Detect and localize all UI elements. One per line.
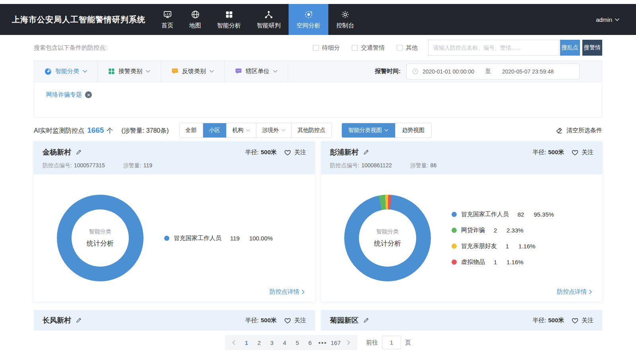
edit-icon[interactable] <box>76 149 82 155</box>
heart-icon[interactable] <box>284 317 291 324</box>
checkbox-label: 其他 <box>406 44 418 52</box>
tab-label: 智能分类视图 <box>349 127 382 134</box>
filter-dropdown-alarm-category[interactable]: 接警类别 <box>98 61 161 82</box>
legend-value: 2 <box>494 227 497 234</box>
console-icon <box>341 10 350 19</box>
nav-item-analysis[interactable]: 智能分析 <box>209 4 249 35</box>
radius-label: 半径: <box>245 317 259 324</box>
date-range-picker[interactable]: 2020-01-01 00:00:00 至 2020-05-07 23:59:4… <box>406 64 580 79</box>
search-input[interactable] <box>428 40 559 56</box>
legend-item: 虚拟物品 1 1.16% <box>452 258 554 266</box>
search-bar: 搜索包含以下条件的防控点: 待细分 交通警情 其他 搜乱点 搜警情 <box>34 40 602 56</box>
monitor-count-unit: 个 <box>107 127 113 135</box>
tab-trend-view[interactable]: 趋势视图 <box>396 123 431 137</box>
donut-chart: 智能分类 统计分析 <box>344 195 431 281</box>
page-button-6[interactable]: 6 <box>304 335 316 350</box>
tag-close-icon[interactable] <box>85 91 92 98</box>
nav-label: 智能研判 <box>257 22 281 29</box>
page-button-3[interactable]: 3 <box>266 335 278 350</box>
follow-label[interactable]: 关注 <box>582 149 593 156</box>
donut-center-subtitle: 智能分类 <box>89 228 111 235</box>
nav-label: 控制台 <box>336 22 354 29</box>
monitor-card-pengpu: 彭浦新村 半径: 500米 关注 防控点编号:1000861122 涉警量:86 <box>321 141 602 302</box>
heart-icon[interactable] <box>571 317 579 324</box>
tab-label: 机构 <box>233 127 244 134</box>
legend-percent: 2.33% <box>506 227 524 234</box>
filter-panel: 智能分类 接警类别 反馈类别 辖区单位 报警时间: <box>34 60 602 118</box>
chart-legend: 冒充国家工作人员 119 100.00% <box>164 234 273 242</box>
page-button-1[interactable]: 1 <box>240 335 253 350</box>
edit-icon[interactable] <box>363 149 369 155</box>
nav-item-console[interactable]: 控制台 <box>328 4 362 35</box>
filter-dropdown-feedback-category[interactable]: 反馈类别 <box>161 61 225 82</box>
card-body: 智能分类 统计分析 冒充国家工作人员 82 95.35% 网贷诈骗 2 <box>321 174 602 302</box>
tab-ai-category-view[interactable]: 智能分类视图 <box>342 123 396 137</box>
search-point-button[interactable]: 搜乱点 <box>560 40 580 56</box>
search-alarm-button[interactable]: 搜警情 <box>582 40 602 56</box>
monitor-count-value[interactable]: 1665 <box>87 126 104 135</box>
page-button-4[interactable]: 4 <box>278 335 291 350</box>
pager: 1 2 3 4 5 6 ••• 167 <box>225 335 357 350</box>
checkbox-pending[interactable]: 待细分 <box>313 44 340 52</box>
tab-label: 小区 <box>209 127 220 134</box>
radius-value: 500米 <box>261 149 277 156</box>
filter-dropdown-ai-category[interactable]: 智能分类 <box>34 61 98 82</box>
district-unit-icon <box>235 68 242 75</box>
alarm-count-label: 涉警量: <box>123 162 142 168</box>
checkbox-other[interactable]: 其他 <box>397 44 418 52</box>
eraser-icon <box>556 127 563 134</box>
tab-all[interactable]: 全部 <box>180 123 203 137</box>
prev-page-button[interactable] <box>227 335 240 350</box>
point-detail-link[interactable]: 防控点详情 <box>270 288 304 296</box>
monitor-card-juyuan: 菊园新区 半径: 500米 关注 <box>321 310 602 331</box>
date-end: 2020-05-07 23:59:48 <box>502 68 554 75</box>
radius-value: 500米 <box>548 317 564 324</box>
heart-icon[interactable] <box>571 149 579 156</box>
edit-icon[interactable] <box>363 317 369 323</box>
follow-label[interactable]: 关注 <box>294 149 306 156</box>
nav-item-judgment[interactable]: 智能研判 <box>249 4 289 35</box>
monitor-card-changfeng: 长风新村 半径: 500米 关注 <box>34 310 315 331</box>
checkbox-traffic[interactable]: 交通警情 <box>352 44 385 52</box>
heart-icon[interactable] <box>284 149 291 156</box>
tab-label: 其他防控点 <box>298 127 326 134</box>
username: admin <box>596 16 612 23</box>
legend-value: 82 <box>518 211 524 218</box>
dropdown-label: 辖区单位 <box>246 68 270 75</box>
follow-label[interactable]: 关注 <box>582 317 593 324</box>
goto-page-input[interactable] <box>382 336 401 349</box>
tab-overseas[interactable]: 涉境外 <box>256 123 292 137</box>
more-pages-button[interactable]: ••• <box>316 335 329 350</box>
filter-dropdown-district-unit[interactable]: 辖区单位 <box>225 61 288 82</box>
next-page-button[interactable] <box>342 335 355 350</box>
tab-institution[interactable]: 机构 <box>227 123 256 137</box>
point-alarm-count: 涉警量:86 <box>410 162 436 169</box>
monitor-cards: 金杨新村 半径: 500米 关注 防控点编号:1000577315 涉警量:11… <box>34 141 602 302</box>
tab-community[interactable]: 小区 <box>203 123 227 137</box>
alarm-total-label: (涉警量: 3780条) <box>121 127 169 135</box>
tab-other-points[interactable]: 其他防控点 <box>292 123 332 137</box>
page-button-2[interactable]: 2 <box>253 335 266 350</box>
analysis-icon <box>225 10 233 19</box>
nav-item-map[interactable]: 地图 <box>181 4 209 35</box>
nav-item-home[interactable]: 首页 <box>153 4 181 35</box>
page-button-5[interactable]: 5 <box>291 335 304 350</box>
clock-icon <box>412 68 419 75</box>
spatial-icon <box>304 10 313 19</box>
follow-label[interactable]: 关注 <box>294 317 306 324</box>
map-icon <box>191 10 200 19</box>
page-button-last[interactable]: 167 <box>329 335 342 350</box>
clear-filters-button[interactable]: 清空所选条件 <box>556 127 602 134</box>
tag-label: 网络诈骗专题 <box>46 91 82 99</box>
radius-value: 500米 <box>548 149 564 156</box>
edit-icon[interactable] <box>76 317 82 323</box>
tab-label: 涉境外 <box>262 127 279 134</box>
alarm-category-icon <box>108 68 115 75</box>
selected-tags-area: 网络诈骗专题 <box>34 82 602 117</box>
nav-item-spatial[interactable]: 空间分析 <box>289 4 328 35</box>
user-menu[interactable]: admin <box>596 16 619 23</box>
point-detail-link[interactable]: 防控点详情 <box>557 288 592 296</box>
dropdown-label: 智能分类 <box>55 68 79 75</box>
nav-label: 首页 <box>161 22 173 29</box>
chevron-down-icon <box>146 70 150 73</box>
